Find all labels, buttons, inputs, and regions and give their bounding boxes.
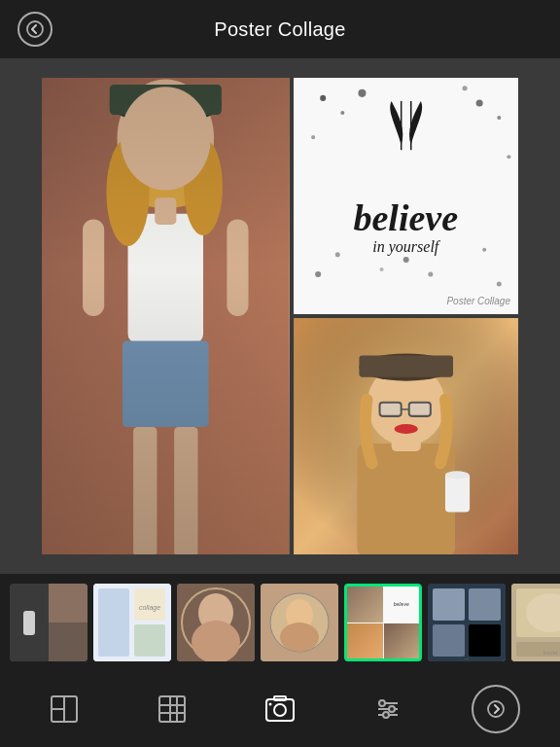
- thumbnail-3[interactable]: [177, 584, 255, 661]
- svg-rect-1: [42, 78, 290, 554]
- believe-main-text: believe: [353, 199, 458, 236]
- svg-rect-11: [133, 427, 157, 554]
- svg-rect-14: [227, 219, 248, 316]
- svg-point-20: [320, 95, 326, 101]
- toolbar: [0, 671, 560, 747]
- svg-point-33: [379, 267, 383, 271]
- believe-sub-text: in yourself: [353, 238, 458, 256]
- svg-rect-6: [136, 141, 162, 156]
- thumbnail-5-active[interactable]: believe: [344, 584, 422, 661]
- svg-rect-52: [49, 584, 88, 622]
- svg-point-27: [507, 155, 510, 159]
- svg-point-23: [475, 99, 482, 106]
- svg-rect-57: [98, 588, 129, 657]
- svg-point-0: [27, 21, 43, 37]
- thumbnail-7[interactable]: travel: [511, 584, 560, 661]
- back-button[interactable]: [18, 12, 52, 47]
- svg-point-97: [383, 712, 389, 718]
- svg-point-30: [315, 271, 321, 277]
- svg-point-32: [402, 257, 408, 263]
- svg-point-22: [358, 89, 366, 97]
- svg-rect-19: [155, 197, 176, 225]
- thumbnail-strip: collage believe: [0, 574, 560, 671]
- svg-point-26: [311, 135, 315, 139]
- svg-point-89: [274, 704, 286, 716]
- svg-point-16: [106, 138, 149, 246]
- svg-point-21: [340, 111, 344, 115]
- svg-point-50: [445, 471, 469, 479]
- svg-point-15: [112, 133, 220, 208]
- svg-text:...: ...: [464, 655, 469, 660]
- add-photo-button[interactable]: [256, 685, 304, 733]
- svg-text:collage: collage: [139, 604, 160, 612]
- svg-rect-55: [23, 611, 35, 635]
- svg-point-95: [379, 700, 385, 706]
- thumbnail-4[interactable]: [261, 584, 338, 661]
- svg-rect-59: [134, 624, 165, 657]
- thumbnail-6[interactable]: ...: [428, 584, 506, 661]
- svg-rect-13: [83, 219, 104, 316]
- svg-point-3: [117, 79, 214, 197]
- layout-button[interactable]: [40, 685, 88, 733]
- svg-point-91: [268, 703, 271, 706]
- svg-rect-7: [169, 141, 195, 156]
- svg-rect-71: [469, 588, 501, 621]
- svg-rect-5: [110, 85, 222, 115]
- adjust-button[interactable]: [364, 685, 412, 733]
- svg-point-4: [110, 85, 222, 124]
- svg-point-18: [121, 87, 211, 190]
- svg-rect-53: [49, 622, 88, 661]
- collage-right-col: believe in yourself Poster Collage: [294, 78, 518, 554]
- header: Poster Collage: [0, 0, 560, 58]
- thumbnail-2[interactable]: collage: [93, 584, 171, 661]
- svg-rect-72: [433, 624, 465, 657]
- thumbnail-1[interactable]: [10, 584, 88, 661]
- next-button[interactable]: [472, 685, 520, 733]
- svg-point-68: [280, 622, 319, 652]
- canvas-area: believe in yourself Poster Collage: [0, 58, 560, 574]
- svg-rect-83: [159, 696, 185, 722]
- svg-rect-45: [379, 403, 401, 416]
- collage-container[interactable]: believe in yourself Poster Collage: [42, 78, 518, 554]
- svg-point-98: [488, 701, 504, 717]
- svg-rect-9: [128, 214, 203, 343]
- believe-panel[interactable]: believe in yourself Poster Collage: [294, 78, 518, 314]
- svg-point-17: [184, 138, 223, 235]
- collage-photo-right[interactable]: [294, 318, 518, 554]
- svg-rect-70: [433, 588, 465, 621]
- svg-rect-73: [469, 624, 501, 657]
- svg-rect-88: [266, 699, 294, 721]
- svg-point-29: [482, 248, 486, 252]
- poster-collage-label: Poster Collage: [446, 296, 510, 306]
- collage-photo-left[interactable]: [42, 78, 290, 554]
- svg-rect-10: [122, 340, 209, 427]
- svg-point-31: [496, 282, 501, 287]
- page-title: Poster Collage: [214, 18, 345, 41]
- svg-point-96: [389, 706, 395, 712]
- svg-point-24: [497, 116, 501, 120]
- svg-point-25: [462, 86, 467, 90]
- svg-point-48: [394, 424, 417, 434]
- svg-point-28: [334, 252, 339, 257]
- svg-point-64: [192, 621, 240, 661]
- svg-rect-46: [408, 403, 430, 416]
- svg-text:travel: travel: [543, 650, 558, 656]
- svg-rect-49: [445, 473, 470, 512]
- grid-button[interactable]: [148, 685, 196, 733]
- svg-rect-44: [359, 355, 453, 376]
- svg-rect-12: [174, 427, 197, 554]
- svg-point-34: [428, 271, 433, 276]
- svg-rect-2: [42, 78, 290, 554]
